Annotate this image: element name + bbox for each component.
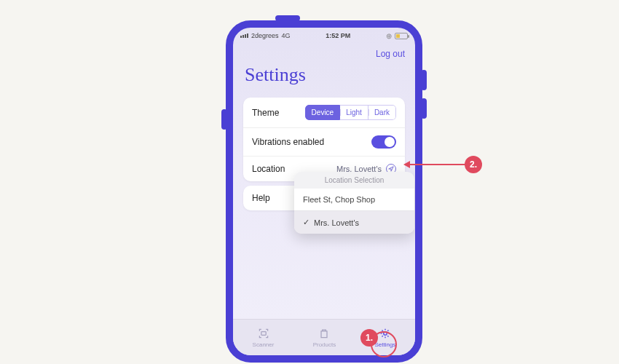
vibrations-toggle[interactable] bbox=[371, 135, 396, 149]
signal-strength-icon bbox=[240, 33, 248, 38]
orientation-lock-icon: ⊕ bbox=[386, 32, 392, 40]
scanner-icon bbox=[257, 327, 270, 340]
carrier-label: 2degrees bbox=[251, 32, 279, 39]
location-option-label: Mrs. Lovett's bbox=[314, 218, 359, 227]
annotation-arrowhead-2 bbox=[403, 161, 410, 168]
battery-icon bbox=[395, 33, 408, 39]
phone-frame: 2degrees 4G 1:52 PM ⊕ Log out Settings T… bbox=[226, 20, 422, 363]
logout-row: Log out bbox=[233, 42, 415, 60]
theme-segmented-control[interactable]: Device Light Dark bbox=[305, 105, 396, 120]
svg-rect-0 bbox=[261, 332, 265, 336]
status-bar: 2degrees 4G 1:52 PM ⊕ bbox=[233, 28, 415, 42]
annotation-badge-2: 2. bbox=[465, 156, 482, 173]
network-label: 4G bbox=[282, 32, 291, 39]
annotation-arrow-2 bbox=[409, 164, 466, 165]
theme-option-dark[interactable]: Dark bbox=[368, 105, 396, 120]
vibrations-label: Vibrations enabled bbox=[252, 137, 324, 147]
tab-scanner[interactable]: Scanner bbox=[253, 327, 275, 348]
location-option[interactable]: Fleet St, Chop Shop bbox=[294, 189, 414, 211]
location-option-selected[interactable]: ✓ Mrs. Lovett's bbox=[294, 211, 414, 234]
location-popover-title: Location Selection bbox=[294, 172, 414, 189]
help-label: Help bbox=[252, 193, 270, 203]
location-popover: Location Selection Fleet St, Chop Shop ✓… bbox=[294, 172, 414, 234]
tab-scanner-label: Scanner bbox=[253, 341, 275, 348]
location-label: Location bbox=[252, 164, 285, 174]
settings-card: Theme Device Light Dark Vibrations enabl… bbox=[243, 98, 405, 181]
theme-option-device[interactable]: Device bbox=[305, 105, 341, 120]
checkmark-icon: ✓ bbox=[303, 218, 310, 227]
tab-products-label: Products bbox=[313, 341, 336, 348]
tab-products[interactable]: Products bbox=[313, 327, 336, 348]
vibrations-row: Vibrations enabled bbox=[243, 127, 405, 156]
theme-label: Theme bbox=[252, 108, 279, 118]
location-option-label: Fleet St, Chop Shop bbox=[303, 195, 375, 204]
annotation-badge-1: 1. bbox=[360, 329, 378, 347]
page-title: Settings bbox=[233, 60, 415, 93]
products-icon bbox=[318, 327, 331, 340]
theme-option-light[interactable]: Light bbox=[340, 105, 368, 120]
theme-row: Theme Device Light Dark bbox=[243, 98, 405, 127]
logout-button[interactable]: Log out bbox=[376, 49, 405, 59]
clock-label: 1:52 PM bbox=[326, 32, 350, 39]
